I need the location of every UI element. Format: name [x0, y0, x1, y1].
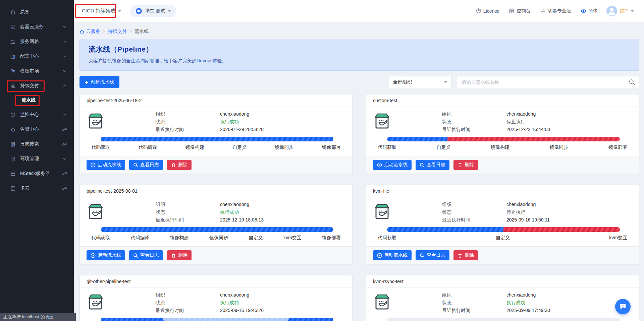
topnav-license[interactable]: License: [476, 8, 499, 14]
last-run-value: 2026-01-29 20:58:28: [220, 126, 264, 133]
docker-pipeline-icon: [373, 112, 391, 130]
search-icon[interactable]: [629, 79, 635, 85]
sidebar-item-home[interactable]: 总览: [0, 5, 74, 19]
stage-label: kvm交互: [283, 235, 302, 241]
search-input[interactable]: [457, 76, 639, 88]
pipeline-progress-bar: [387, 227, 620, 232]
sidebar-item-multicloud[interactable]: 多云: [0, 181, 74, 196]
stage-label: 自定义: [249, 235, 263, 241]
pipeline-card: git-other-pipeline-test 组织chenxiaodo: [79, 275, 353, 321]
start-pipeline-button[interactable]: 启动流水线: [373, 250, 412, 260]
start-pipeline-button[interactable]: 启动流水线: [373, 160, 412, 170]
topnav-switch[interactable]: 切换专业版: [540, 8, 571, 14]
main-column: CICD 持续集成 华东-测试 License控制台切换专业版简体 陈**: [74, 0, 644, 321]
view-logs-button[interactable]: 查看日志: [416, 160, 449, 170]
chevron-down-icon: [62, 112, 67, 117]
breadcrumb-link[interactable]: 持续交付: [108, 28, 127, 35]
docker-pipeline-icon: [87, 112, 105, 130]
sidebar-item-server[interactable]: MStack服务器: [0, 166, 74, 181]
pipeline-search: [457, 76, 639, 88]
pipeline-info: 组织chenxiaodong 状态停止执行 最近执行时间2025-12-22 1…: [442, 110, 550, 133]
last-run-label: 最近执行时间: [156, 216, 220, 224]
topnav-globe[interactable]: 简体: [581, 8, 598, 14]
env-icon: [10, 156, 16, 162]
pipeline-name: kvm-rsync-test: [366, 275, 639, 288]
sidebar-item-delivery[interactable]: 持续交付: [0, 78, 74, 93]
status-label: 状态: [156, 118, 220, 126]
org-label: 组织: [156, 201, 220, 208]
stage-label: 镜像构建: [491, 144, 509, 150]
delete-pipeline-button[interactable]: 删除: [453, 160, 478, 170]
delete-pipeline-button[interactable]: 删除: [167, 160, 192, 170]
breadcrumb-current: 流水线: [135, 28, 149, 35]
sidebar-item-env[interactable]: 环境管理: [0, 151, 74, 166]
view-logs-button[interactable]: 查看日志: [129, 250, 163, 260]
pipeline-info: 组织chenxiaodong 状态执行成功 最近执行时间2026-01-29 2…: [156, 110, 264, 133]
play-circle-icon: [377, 253, 382, 258]
breadcrumb-home[interactable]: 云服务: [79, 28, 100, 35]
sidebar-item-label: 服务网格: [20, 39, 62, 45]
trash-icon: [171, 163, 176, 168]
sidebar-subitem-pipeline[interactable]: 流水线: [0, 93, 74, 107]
topnav-console[interactable]: 控制台: [509, 8, 531, 14]
project-switcher-dropdown[interactable]: CICD 持续集成: [78, 5, 125, 17]
sidebar: 总览容器云服务服务网格配置中心模板市场持续交付流水线监控中心告警中心日志搜索环境…: [0, 0, 74, 321]
delete-pipeline-button[interactable]: 删除: [453, 250, 478, 260]
page-title: 流水线（Pipeline）: [89, 45, 630, 54]
create-pipeline-button[interactable]: + 创建流水线: [79, 76, 119, 88]
org-filter-select[interactable]: 全部组织: [389, 76, 452, 88]
pipeline-progress-bar: [101, 227, 333, 232]
sidebar-item-mesh[interactable]: 服务网格: [0, 34, 74, 49]
log-icon: [10, 141, 16, 147]
pipeline-info: 组织chenxiaodong 状态执行成功 最近执行时间2025-09-16 1…: [156, 291, 264, 314]
stage-label: 镜像部署: [608, 144, 627, 150]
stage-label: 自定义: [496, 235, 510, 241]
cluster-selector[interactable]: 华东-测试: [130, 5, 176, 17]
progress-failed-segment: [503, 227, 620, 232]
delete-pipeline-button[interactable]: 删除: [167, 250, 192, 260]
start-pipeline-button[interactable]: 启动流水线: [87, 250, 125, 260]
trash-icon: [171, 253, 176, 258]
sidebar-item-monitor[interactable]: 监控中心: [0, 107, 74, 122]
pipeline-info: 组织chenxiaodong 状态停止执行 最近执行时间2025-09-16 1…: [442, 201, 550, 224]
home-icon: [79, 29, 85, 34]
sidebar-item-container[interactable]: 容器云服务: [0, 19, 74, 34]
sidebar-item-log[interactable]: 日志搜索: [0, 137, 74, 151]
pipeline-progress-bar: [101, 318, 333, 321]
user-menu[interactable]: 陈**: [606, 6, 634, 16]
start-pipeline-button[interactable]: 启动流水线: [87, 160, 125, 170]
mesh-icon: [10, 39, 16, 45]
progress-success-segment: [387, 227, 503, 232]
docker-pipeline-icon: [87, 293, 105, 311]
pipeline-card-footer: 启动流水线 查看日志 删除: [366, 156, 639, 174]
breadcrumb-separator: >: [103, 29, 105, 34]
console-icon: [509, 8, 515, 14]
stage-label: 镜像部署: [322, 144, 341, 150]
sidebar-item-alert[interactable]: 告警中心: [0, 122, 74, 137]
container-icon: [10, 24, 16, 30]
pipeline-card: kvm-rsync-test 组织chenxiaodong: [366, 275, 639, 321]
last-run-value: 2025-09-16 19:50:11: [506, 216, 550, 224]
chat-smiley-icon: [619, 303, 627, 311]
last-run-value: 2025-09-16 19:46:26: [220, 307, 264, 314]
page-subtitle: 为客户提供镜像的全生命周期管理，给予客户完美的Devops体验。: [89, 58, 630, 64]
avatar: [606, 6, 617, 16]
stage-label: 代码编译: [138, 144, 157, 150]
sidebar-item-config[interactable]: 配置中心: [0, 49, 74, 64]
chat-fab-button[interactable]: [615, 299, 631, 314]
alert-icon: [10, 127, 16, 132]
status-label: 状态: [442, 208, 506, 216]
topnav-label: 控制台: [517, 8, 531, 14]
status-label: 状态: [442, 299, 506, 307]
view-logs-button[interactable]: 查看日志: [416, 250, 449, 260]
pipeline-card-body: 组织chenxiaodong 状态停止执行 最近执行时间2025-12-22 1…: [366, 107, 639, 156]
view-logs-button[interactable]: 查看日志: [129, 160, 163, 170]
pipeline-card-footer: 启动流水线 查看日志 删除: [366, 246, 639, 264]
pipeline-name: pipeline-test-2025-06-18-2: [80, 94, 352, 107]
pipeline-card-grid: pipeline-test-2025-06-18-2 组织chenxia: [79, 94, 639, 321]
sidebar-item-template[interactable]: 模板市场: [0, 64, 74, 78]
pipeline-name: git-other-pipeline-test: [80, 275, 352, 288]
search-icon: [420, 163, 425, 168]
docker-pipeline-icon: [373, 293, 391, 311]
app-root: 总览容器云服务服务网格配置中心模板市场持续交付流水线监控中心告警中心日志搜索环境…: [0, 0, 644, 321]
